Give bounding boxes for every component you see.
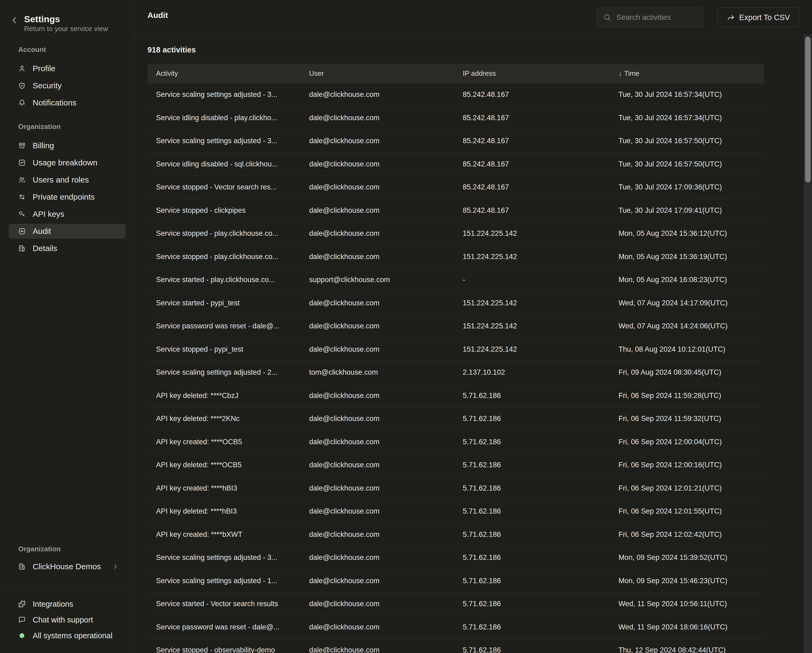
time-cell: Wed, 07 Aug 2024 14:17:09(UTC)	[610, 299, 764, 307]
sidebar-footer-divider	[0, 585, 134, 585]
table-row: API key created: ****hBI3dale@clickhouse…	[148, 477, 764, 500]
sidebar-item-label: Private endpoints	[33, 192, 95, 201]
audit-table: Activity User IP address ↓ Time Service …	[148, 64, 764, 653]
user-cell: dale@clickhouse.com	[301, 623, 454, 631]
column-header-activity[interactable]: Activity	[148, 69, 301, 78]
table-row: Service started - play.clickhouse.co...s…	[148, 269, 764, 292]
sidebar-item-label: Security	[33, 81, 61, 90]
user-icon	[18, 65, 26, 72]
sidebar-item-api-keys[interactable]: API keys	[9, 207, 126, 221]
table-row: Service stopped - observability-demodale…	[148, 639, 764, 653]
arrows-left-right-icon	[18, 193, 26, 201]
activity-cell: Service scaling settings adjusted - 3...	[148, 554, 301, 562]
sidebar-item-integrations[interactable]: Integrations	[9, 597, 126, 612]
table-row: Service scaling settings adjusted - 1...…	[148, 569, 764, 593]
account-nav: Profile Security Notifications	[9, 61, 126, 110]
activity-cell: API key deleted: ****OCB5	[148, 461, 301, 469]
user-cell: dale@clickhouse.com	[301, 392, 454, 400]
table-header-row: Activity User IP address ↓ Time	[148, 64, 764, 83]
sidebar-item-usage-breakdown[interactable]: Usage breakdown	[9, 155, 126, 170]
activity-cell: API key deleted: ****hBI3	[148, 507, 301, 516]
time-cell: Fri, 06 Sep 2024 12:01:21(UTC)	[610, 484, 764, 493]
column-header-ip-address[interactable]: IP address	[454, 69, 610, 78]
sidebar-item-notifications[interactable]: Notifications	[9, 95, 126, 110]
activity-cell: Service stopped - Vector search res...	[148, 183, 301, 191]
ip-cell: 151.224.225.142	[454, 253, 610, 261]
table-row: Service stopped - play.clickhouse.co...d…	[148, 222, 764, 246]
vertical-scrollbar-thumb[interactable]	[805, 37, 810, 183]
activity-cell: API key created: ****bXWT	[148, 531, 301, 539]
search-box[interactable]	[597, 8, 704, 27]
sidebar-footer: Integrations Chat with support All syste…	[9, 597, 126, 643]
sidebar-item-billing[interactable]: Billing	[9, 138, 126, 153]
time-cell: Wed, 07 Aug 2024 14:24:06(UTC)	[610, 322, 764, 330]
sidebar-item-details[interactable]: Details	[9, 241, 126, 256]
time-cell: Wed, 11 Sep 2024 18:06:16(UTC)	[610, 623, 764, 631]
user-cell: dale@clickhouse.com	[301, 438, 454, 446]
column-header-user[interactable]: User	[301, 69, 454, 78]
user-cell: dale@clickhouse.com	[301, 531, 454, 539]
activity-cell: API key created: ****OCB5	[148, 438, 301, 446]
organization-nav: Billing Usage breakdown Users and roles …	[9, 138, 126, 256]
ip-cell: 85.242.48.167	[454, 90, 610, 99]
user-cell: dale@clickhouse.com	[301, 160, 454, 168]
ip-cell: 151.224.225.142	[454, 299, 610, 307]
sidebar-item-label: Users and roles	[33, 175, 89, 185]
time-cell: Thu, 12 Sep 2024 08:42:44(UTC)	[610, 646, 764, 653]
org-switcher-item[interactable]: ClickHouse Demos	[9, 559, 126, 574]
user-cell: dale@clickhouse.com	[301, 322, 454, 330]
sidebar-item-security[interactable]: Security	[9, 78, 126, 93]
user-cell: dale@clickhouse.com	[301, 90, 454, 99]
table-row: Service scaling settings adjusted - 3...…	[148, 546, 764, 569]
sidebar-item-label: Usage breakdown	[33, 158, 98, 167]
column-header-time[interactable]: ↓ Time	[610, 69, 764, 78]
return-link[interactable]: Return to your service view	[24, 24, 108, 33]
vertical-scrollbar-track[interactable]	[804, 35, 812, 653]
user-cell: dale@clickhouse.com	[301, 114, 454, 122]
column-label: IP address	[463, 69, 496, 78]
activities-count: 918 activities	[148, 46, 196, 54]
system-status-item[interactable]: All systems operational	[9, 628, 126, 643]
user-cell: dale@clickhouse.com	[301, 253, 454, 261]
ip-cell: 85.242.48.167	[454, 160, 610, 168]
sidebar-item-users-and-roles[interactable]: Users and roles	[9, 172, 126, 187]
sidebar-item-chat-support[interactable]: Chat with support	[9, 612, 126, 627]
sidebar-item-private-endpoints[interactable]: Private endpoints	[9, 189, 126, 204]
table-row: Service stopped - play.clickhouse.co...d…	[148, 246, 764, 269]
user-cell: dale@clickhouse.com	[301, 137, 454, 145]
export-to-csv-button[interactable]: Export To CSV	[717, 8, 799, 27]
time-cell: Mon, 05 Aug 2024 15:36:12(UTC)	[610, 229, 764, 238]
sidebar-item-label: Chat with support	[33, 616, 93, 624]
time-cell: Wed, 11 Sep 2024 10:56:11(UTC)	[610, 600, 764, 608]
table-row: API key deleted: ****OCB5dale@clickhouse…	[148, 454, 764, 477]
ip-cell: 151.224.225.142	[454, 322, 610, 330]
table-row: Service scaling settings adjusted - 2...…	[148, 361, 764, 384]
user-cell: dale@clickhouse.com	[301, 646, 454, 653]
time-cell: Fri, 09 Aug 2024 08:30:45(UTC)	[610, 368, 764, 377]
table-row: Service password was reset - dale@...dal…	[148, 616, 764, 639]
status-label: All systems operational	[33, 631, 112, 640]
user-cell: dale@clickhouse.com	[301, 577, 454, 585]
activity-cell: Service started - pypi_test	[148, 299, 301, 307]
back-button[interactable]	[10, 15, 19, 25]
time-cell: Fri, 06 Sep 2024 11:59:28(UTC)	[610, 392, 764, 400]
time-cell: Thu, 08 Aug 2024 10:12:01(UTC)	[610, 345, 764, 354]
time-cell: Fri, 06 Sep 2024 12:00:04(UTC)	[610, 438, 764, 446]
sidebar-item-profile[interactable]: Profile	[9, 61, 126, 76]
activity-cell: Service scaling settings adjusted - 2...	[148, 368, 301, 377]
activity-cell: Service stopped - observability-demo	[148, 646, 301, 653]
building-icon	[18, 245, 26, 252]
time-cell: Tue, 30 Jul 2024 16:57:34(UTC)	[610, 90, 764, 99]
ip-cell: 5.71.62.186	[454, 415, 610, 423]
table-row: Service scaling settings adjusted - 3...…	[148, 130, 764, 153]
ip-cell: 85.242.48.167	[454, 206, 610, 215]
account-section-label: Account	[18, 46, 46, 53]
column-label: User	[309, 69, 324, 78]
activity-cell: Service stopped - clickpipes	[148, 206, 301, 215]
sidebar-item-audit[interactable]: Audit	[9, 224, 126, 239]
search-input[interactable]	[616, 13, 697, 22]
sidebar-item-label: Audit	[33, 227, 51, 236]
ip-cell: 5.71.62.186	[454, 577, 610, 585]
activity-cell: API key deleted: ****2KNc	[148, 415, 301, 423]
column-label: Activity	[156, 69, 178, 78]
